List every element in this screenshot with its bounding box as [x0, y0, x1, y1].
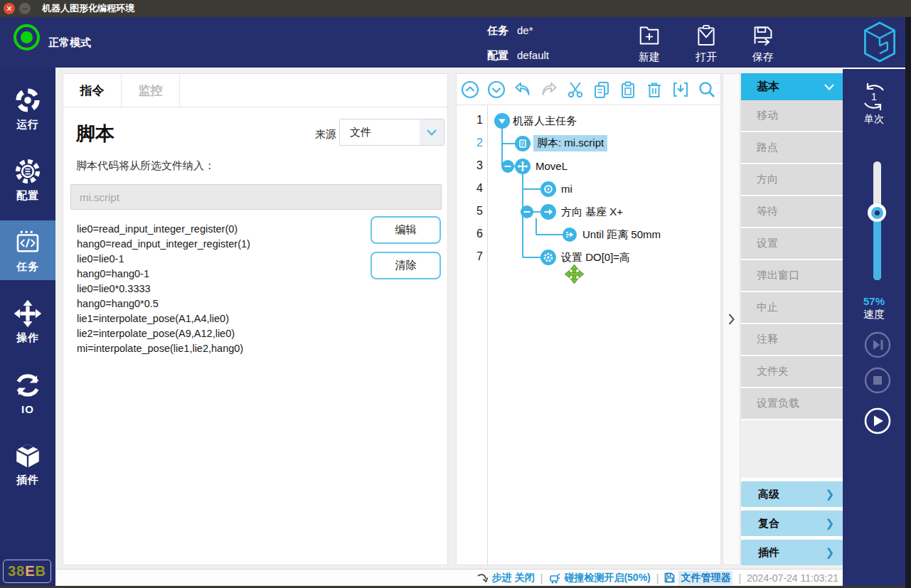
palette-group-plugin[interactable]: 插件❯ [741, 540, 843, 565]
code-line: lie0=read_input_integer_register(0) [77, 222, 250, 237]
tabbar: 指令 监控 [63, 74, 447, 107]
drop-indicator-icon [565, 264, 584, 284]
tree-toolbar [457, 74, 720, 105]
palette-item-folder[interactable]: 文件夹 [741, 356, 843, 387]
row-number: 2 [457, 137, 483, 149]
header: 正常模式 任务de* 配置default 新建 打开 [0, 17, 911, 68]
move-up-icon[interactable] [461, 80, 479, 99]
status-bar: 步进 关闭 | 碰撞检测开启(50%) | 文件管理器 | 2024-07-24… [55, 569, 843, 586]
stop-button[interactable] [863, 366, 892, 395]
tab-instruction[interactable]: 指令 [63, 74, 122, 107]
minimize-icon[interactable]: ─ [19, 3, 31, 14]
source-label: 来源 [315, 128, 336, 141]
tree-row[interactable]: mi [561, 183, 572, 195]
panel-expander[interactable] [723, 73, 740, 565]
collision-icon [548, 572, 560, 584]
save-button[interactable]: 保存 [740, 23, 786, 64]
speed-slider-handle[interactable] [868, 203, 886, 222]
code-window-icon [13, 228, 43, 257]
tree-row[interactable]: 设置 DO[0]=高 [561, 251, 630, 264]
sidebar-item-operate[interactable]: 操作 [0, 292, 55, 351]
sidebar-item-plugin[interactable]: 插件 [0, 434, 55, 493]
tree-row[interactable]: MoveL [536, 160, 568, 172]
palette-item-waypoint[interactable]: 路点 [741, 132, 843, 163]
titlebar: ✕ ─ 机器人图形化编程环境 [0, 0, 911, 17]
sidebar-item-run[interactable]: 运行 [0, 78, 55, 138]
single-run-toggle[interactable]: 1 单次 [843, 82, 905, 126]
palette-item-popup[interactable]: 弹出窗口 [741, 260, 843, 291]
cut-icon[interactable] [566, 80, 585, 99]
chevron-right-icon [728, 314, 735, 325]
copy-icon[interactable] [592, 80, 611, 99]
divider: | [540, 572, 543, 584]
window-right-border [905, 17, 911, 588]
waypoint-node-icon[interactable] [540, 181, 556, 197]
divider: | [738, 572, 741, 584]
collapse-node-icon[interactable] [521, 205, 533, 218]
collapse-icon[interactable] [671, 80, 690, 99]
sidebar-item-io[interactable]: IO [0, 363, 55, 422]
row-number: 5 [457, 205, 483, 218]
clear-button[interactable]: 清除 [371, 252, 441, 279]
code-line: lie0=lie0-1 [77, 252, 250, 267]
row-number: 4 [457, 182, 483, 195]
palette-item-set[interactable]: 设置 [741, 228, 843, 259]
search-icon[interactable] [698, 80, 716, 99]
palette-item-comment[interactable]: 注释 [741, 324, 843, 355]
expand-node-icon[interactable] [494, 113, 510, 129]
source-dropdown[interactable]: 文件 [339, 119, 444, 146]
tree-connector [523, 188, 540, 190]
chevron-right-icon: ❯ [825, 546, 843, 559]
play-button[interactable] [863, 407, 892, 435]
code-line: lie0=lie0*0.3333 [77, 282, 250, 296]
collision-status[interactable]: 碰撞检测开启(50%) [548, 572, 650, 584]
palette-header-basic[interactable]: 基本 [741, 73, 843, 100]
tab-monitor[interactable]: 监控 [122, 74, 180, 107]
palette-item-direction[interactable]: 方向 [741, 164, 843, 195]
tree-connector [502, 143, 515, 144]
tree-row[interactable]: 方向 基座 X+ [561, 205, 623, 219]
script-description: 脚本代码将从所选文件纳入： [76, 159, 215, 173]
speed-label: 速度 [843, 308, 905, 321]
palette-item-move[interactable]: 移动 [741, 100, 843, 131]
config-row: 配置default [487, 49, 549, 63]
collapse-node-icon[interactable] [501, 160, 514, 173]
tree-row[interactable]: 机器人主任务 [513, 114, 577, 128]
timestamp: 2024-07-24 11:03:21 [747, 572, 838, 584]
palette-item-wait[interactable]: 等待 [741, 196, 843, 227]
code-line: mi=interpolate_pose(lie1,lie2,hang0) [77, 341, 250, 356]
code-line: lie1=interpolate_pose(A1,A4,lie0) [77, 311, 250, 326]
palette-group-composite[interactable]: 复合❯ [741, 511, 843, 536]
direction-node-icon[interactable] [540, 204, 556, 220]
palette-item-abort[interactable]: 中止 [741, 292, 843, 323]
movel-node-icon[interactable] [515, 159, 531, 174]
task-row: 任务de* [487, 24, 533, 38]
paste-icon[interactable] [619, 80, 637, 99]
redo-icon[interactable] [540, 80, 558, 99]
new-task-button[interactable]: 新建 [627, 23, 672, 64]
until-node-icon[interactable] [563, 228, 577, 242]
tree-row[interactable]: Until 距离 50mm [582, 228, 661, 242]
file-manager-button[interactable]: 文件管理器 [664, 571, 732, 585]
palette-group-advanced[interactable]: 高级❯ [741, 481, 843, 507]
undo-icon[interactable] [513, 80, 532, 99]
step-button[interactable] [863, 331, 892, 359]
config-value: default [517, 49, 549, 61]
code-line: hang0=hang0-1 [77, 267, 250, 282]
palette-item-payload[interactable]: 设置负载 [741, 388, 843, 419]
move-down-icon[interactable] [487, 80, 506, 99]
cube-icon [13, 441, 43, 471]
open-button[interactable]: 打开 [683, 23, 729, 64]
tree-row-selected[interactable]: 脚本: mi.script [533, 135, 607, 151]
close-icon[interactable]: ✕ [4, 3, 15, 14]
sidebar-item-config[interactable]: 配置 [0, 149, 55, 209]
save-icon [750, 23, 776, 48]
step-mode-status[interactable]: 步进 关闭 [477, 572, 535, 584]
right-control-bar: 1 单次 57% 速度 [843, 68, 905, 588]
script-file-input[interactable] [70, 184, 442, 210]
set-node-icon[interactable] [540, 250, 556, 265]
edit-button[interactable]: 编辑 [371, 216, 441, 244]
script-node-icon[interactable] [515, 136, 531, 151]
sidebar-item-task[interactable]: 任务 [0, 220, 55, 280]
delete-icon[interactable] [645, 80, 664, 99]
